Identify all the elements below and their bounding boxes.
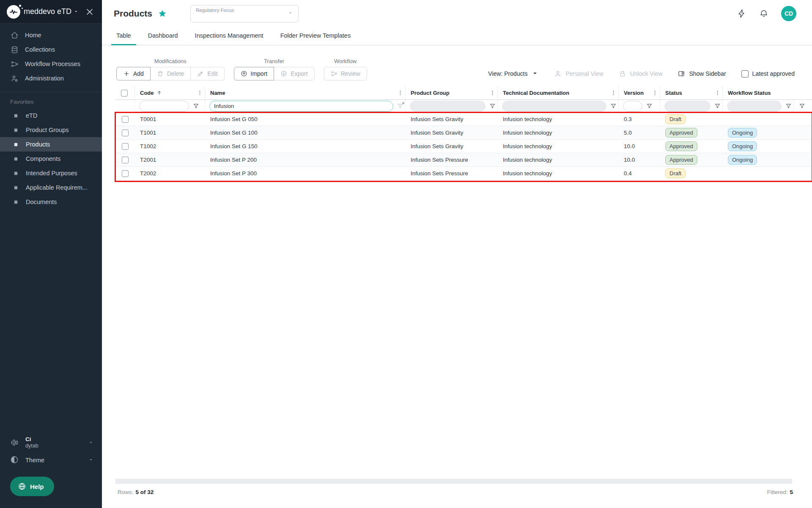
cell-name: Infusion Set P 200 [205,153,406,166]
filter-funnel-icon[interactable] [799,103,805,109]
tab-dashboard[interactable]: Dashboard [143,32,183,45]
user-avatar[interactable]: CD [781,6,796,21]
tab-inspections-management[interactable]: Inspections Management [190,32,269,45]
sidebar-item-product-groups[interactable]: Product Groups [0,123,102,137]
chevron-down-icon[interactable] [88,439,93,447]
chevron-down-icon [531,69,539,78]
cell-technical-documentation: Infusion technology [498,126,619,139]
technical-documentation-filter-input[interactable] [502,101,606,112]
filter-funnel-icon[interactable] [610,103,617,109]
column-header-name[interactable]: Name [205,86,406,99]
column-header-code[interactable]: Code [135,86,205,99]
unlock-view-button[interactable]: Unlock View [619,70,663,77]
latest-approved-toggle[interactable]: Latest approved [741,70,795,77]
status-badge: Approved [665,141,697,151]
person-icon [554,70,562,77]
status-filter-input[interactable] [664,101,710,112]
filter-funnel-icon[interactable] [489,103,496,109]
delete-button[interactable]: Delete [150,67,191,80]
sidebar-item-administration[interactable]: Administration [0,71,102,86]
filter-funnel-active-icon[interactable] [397,103,403,109]
add-button[interactable]: Add [116,67,151,80]
row-checkbox[interactable] [122,130,129,136]
review-button[interactable]: Review [324,67,367,80]
brand-name[interactable]: meddevo eTD [24,7,71,16]
row-checkbox[interactable] [122,157,129,163]
export-button[interactable]: Export [274,67,314,80]
sidebar-item-home[interactable]: Home [0,28,102,42]
sidebar-item-label: Intended Purposes [26,170,77,177]
column-header-version[interactable]: Version [619,86,660,99]
regulatory-focus-select[interactable]: Regulatory Focus [190,5,299,22]
tab-table[interactable]: Table [111,32,136,45]
column-menu-icon[interactable] [610,90,617,97]
tab-folder-preview-templates[interactable]: Folder Preview Templates [275,32,356,45]
filter-funnel-icon[interactable] [785,103,792,109]
quick-actions-icon[interactable] [737,9,746,18]
sidebar-item-etd[interactable]: eTD [0,108,102,123]
help-button[interactable]: Help [10,477,54,496]
column-header-technical-documentation[interactable]: Technical Documentation [498,86,619,99]
row-checkbox[interactable] [122,170,129,177]
brand-caret-icon[interactable] [74,8,79,16]
theme-switcher[interactable]: Theme [10,456,93,465]
toolbar-group-transfer: Transfer Import Export [234,58,315,80]
column-menu-icon[interactable] [397,90,403,97]
sidebar-item-workflow-processes[interactable]: Workflow Processes [0,57,102,71]
filter-funnel-icon[interactable] [193,103,199,109]
view-selector[interactable]: View: Products [488,69,539,78]
sidebar-favorites-nav: eTD Product Groups Products Components I… [0,108,102,209]
sidebar-item-intended-purposes[interactable]: Intended Purposes [0,166,102,180]
table-row[interactable]: T1002 Infusion Set G 150 Infusion Sets G… [115,140,812,153]
sidebar-panel-icon [678,70,685,77]
column-menu-icon[interactable] [196,90,203,97]
favorite-square-icon [13,156,19,162]
cell-technical-documentation: Infusion technology [498,167,619,180]
sidebar-item-collections[interactable]: Collections [0,42,102,57]
column-menu-icon[interactable] [714,90,721,97]
code-filter-input[interactable] [139,101,189,112]
workflow-status-filter-input[interactable] [727,101,782,112]
cell-version: 0.3 [619,113,660,126]
table-row[interactable]: T2002 Infusion Set P 300 Infusion Sets P… [115,167,812,180]
group-label: Workflow [334,58,357,64]
sidebar-item-documents[interactable]: Documents [0,195,102,209]
workspace-switcher[interactable]: Ci dytab [10,436,93,450]
name-filter-input[interactable] [209,101,393,112]
show-sidebar-button[interactable]: Show Sidebar [678,70,726,77]
favorite-star-icon[interactable] [158,9,167,18]
sidebar-item-applicable-requirements[interactable]: Applicable Requirem... [0,180,102,195]
filter-funnel-icon[interactable] [714,103,721,109]
column-menu-icon[interactable] [651,90,658,97]
column-header-status[interactable]: Status [660,86,723,99]
row-checkbox[interactable] [122,116,129,123]
sidebar-item-products[interactable]: Products [0,137,102,152]
table-row[interactable]: T0001 Infusion Set G 050 Infusion Sets G… [115,113,812,126]
chevron-down-icon[interactable] [88,457,93,464]
row-checkbox[interactable] [122,143,129,150]
sidebar-item-components[interactable]: Components [0,152,102,166]
workflow-status-filter-cell [723,100,794,112]
select-all-checkbox[interactable] [121,90,128,97]
column-header-product-group[interactable]: Product Group [406,86,498,99]
import-button[interactable]: Import [234,67,274,80]
filter-funnel-icon[interactable] [646,103,653,109]
column-header-workflow-status[interactable]: Workflow Status [723,86,794,99]
table-row[interactable]: T2001 Infusion Set P 200 Infusion Sets P… [115,153,812,167]
column-menu-icon[interactable] [489,90,496,97]
rows-label: Rows: [118,489,134,495]
table-row[interactable]: T1001 Infusion Set G 100 Infusion Sets G… [115,126,812,140]
notifications-bell-icon[interactable] [759,9,768,18]
workspace-code: Ci [25,436,38,443]
product-group-filter-input[interactable] [410,101,486,112]
sidebar-item-label: eTD [26,112,37,119]
sidebar-item-label: Administration [25,75,64,82]
edit-button[interactable]: Edit [190,67,224,80]
latest-approved-checkbox[interactable] [741,70,749,77]
sidebar-footer: Ci dytab Theme Help [0,436,102,508]
personal-view-button[interactable]: Personal View [554,70,603,77]
horizontal-scrollbar[interactable] [115,479,792,484]
sidebar-close-icon[interactable] [85,7,94,17]
favorite-square-icon [13,141,19,147]
version-filter-input[interactable] [623,101,642,112]
